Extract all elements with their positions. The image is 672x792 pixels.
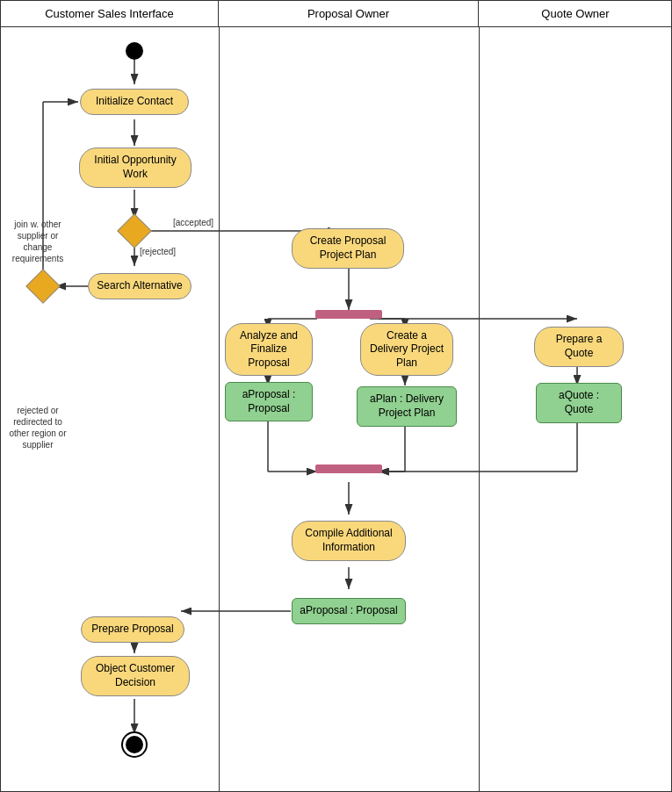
compile-info-label: Compile Additional Information [292, 521, 406, 560]
search-alternative-label: Search Alternative [88, 273, 191, 299]
lane-divider-2 [479, 27, 480, 792]
lane-divider-1 [219, 27, 220, 792]
lane3-label: Quote Owner [541, 7, 609, 20]
object-customer-label: Object Customer Decision [81, 656, 190, 695]
aproposal1-node: aProposal : Proposal [224, 385, 314, 418]
lane2-label: Proposal Owner [307, 7, 389, 20]
decision-diamond-left-shape [25, 269, 61, 304]
aquote-label: aQuote : Quote [536, 383, 622, 422]
join-bar-shape [315, 464, 382, 473]
prepare-quote-label: Prepare a Quote [534, 327, 624, 366]
search-alternative-node: Search Alternative [87, 266, 192, 306]
aplan-label: aPlan : Delivery Project Plan [357, 386, 457, 426]
initialize-contact-label: Initialize Contact [80, 89, 189, 115]
start-node [126, 42, 143, 60]
rejected-label: [rejected] [140, 247, 176, 256]
diagram-container: Customer Sales Interface Proposal Owner … [0, 0, 672, 792]
join-annotation: join w. other supplier or change require… [3, 219, 73, 264]
prepare-quote-node: Prepare a Quote [533, 329, 625, 364]
initial-opportunity-label: Initial Opportunity Work [79, 148, 191, 187]
accepted-label: [accepted] [173, 218, 213, 227]
initialize-contact-node: Initialize Contact [80, 84, 189, 119]
create-proposal-plan-node: Create Proposal Project Plan [291, 227, 405, 270]
fork-bar-shape [315, 310, 382, 319]
prepare-proposal-label: Prepare Proposal [81, 616, 184, 643]
lane3-header: Quote Owner [479, 1, 672, 27]
decision-diamond-left [31, 274, 55, 299]
lane1-header: Customer Sales Interface [1, 1, 219, 27]
aproposal2-node: aProposal : Proposal [291, 589, 407, 633]
fork-bar [315, 310, 382, 319]
aproposal2-label: aProposal : Proposal [292, 598, 406, 624]
object-customer-node: Object Customer Decision [80, 653, 191, 699]
start-circle [126, 42, 143, 60]
decision-diamond-top [122, 219, 147, 243]
join-bar [315, 464, 382, 473]
analyze-finalize-label: Analyze and Finalize Proposal [225, 323, 313, 377]
create-delivery-node: Create a Delivery Project Plan [359, 329, 454, 370]
aquote-node: aQuote : Quote [535, 385, 623, 421]
end-circle-shape [126, 736, 143, 753]
compile-info-node: Compile Additional Information [291, 515, 407, 567]
end-node [124, 734, 145, 755]
aproposal1-label: aProposal : Proposal [225, 382, 313, 421]
create-delivery-label: Create a Delivery Project Plan [360, 323, 453, 377]
prepare-proposal-node: Prepare Proposal [80, 609, 185, 650]
rejected-redirected-annotation: rejected or redirected to other region o… [3, 405, 73, 450]
aplan-node: aPlan : Delivery Project Plan [356, 385, 458, 428]
lane2-header: Proposal Owner [219, 1, 479, 27]
analyze-finalize-node: Analyze and Finalize Proposal [224, 329, 314, 370]
initial-opportunity-node: Initial Opportunity Work [78, 146, 192, 190]
decision-diamond-shape [117, 213, 152, 248]
create-proposal-plan-label: Create Proposal Project Plan [292, 228, 404, 268]
lane1-label: Customer Sales Interface [45, 7, 174, 20]
